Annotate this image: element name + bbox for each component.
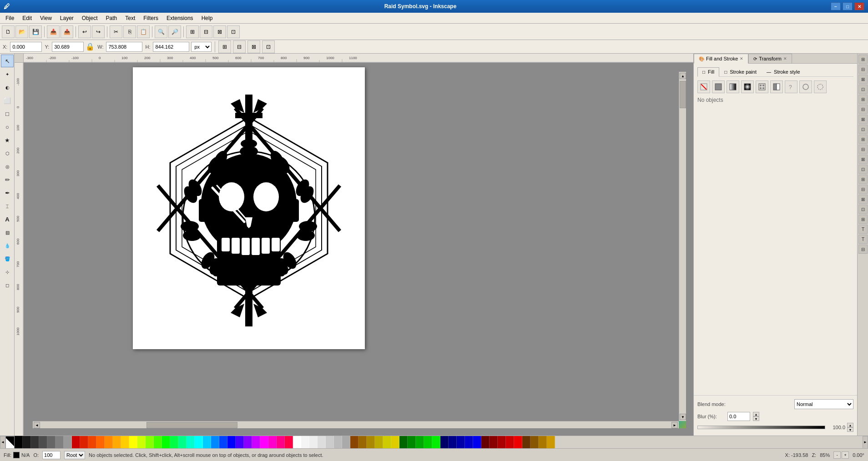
palette-color-18[interactable] <box>162 436 170 449</box>
snap-far-btn19[interactable]: T <box>858 235 868 244</box>
scroll-left-btn[interactable]: ◄ <box>34 422 40 428</box>
palette-color-11[interactable] <box>105 436 113 449</box>
palette-color-50[interactable] <box>424 436 432 449</box>
mesh-gradient-button[interactable] <box>814 80 827 93</box>
snap-far-btn14[interactable]: ⊟ <box>858 185 868 194</box>
palette-color-59[interactable] <box>498 436 506 449</box>
menu-item-layer[interactable]: Layer <box>56 14 77 22</box>
palette-color-64[interactable] <box>539 436 547 449</box>
fill-stroke-tab-close[interactable]: ✕ <box>740 56 743 61</box>
w-input[interactable] <box>106 42 142 52</box>
snap-far-btn6[interactable]: ⊟ <box>858 105 868 114</box>
menu-item-text[interactable]: Text <box>121 14 139 22</box>
snap3-button[interactable]: ⊠ <box>213 25 226 38</box>
palette-color-6[interactable] <box>64 436 72 449</box>
opacity-down-btn[interactable]: ▼ <box>847 427 853 432</box>
palette-color-40[interactable] <box>342 436 350 449</box>
palette-color-56[interactable] <box>473 436 481 449</box>
palette-color-44[interactable] <box>375 436 383 449</box>
palette-color-53[interactable] <box>449 436 457 449</box>
palette-color-54[interactable] <box>457 436 465 449</box>
palette-color-9[interactable] <box>88 436 96 449</box>
palette-color-1[interactable] <box>23 436 31 449</box>
palette-color-10[interactable] <box>96 436 105 449</box>
scroll-right-btn[interactable]: ► <box>671 422 678 428</box>
star-tool[interactable]: ★ <box>1 134 14 146</box>
rect-tool[interactable]: □ <box>1 107 14 120</box>
palette-color-28[interactable] <box>244 436 252 449</box>
menu-item-edit[interactable]: Edit <box>19 14 35 22</box>
swatch-button[interactable] <box>770 80 783 93</box>
snap-far-btn20[interactable]: ⊟ <box>858 245 868 254</box>
snap-far-btn11[interactable]: ⊠ <box>858 155 868 164</box>
stroke-paint-subtab[interactable]: □ Stroke paint <box>719 67 762 76</box>
palette-color-55[interactable] <box>465 436 473 449</box>
pattern-button[interactable] <box>756 80 768 93</box>
snap-far-btn1[interactable]: ⊞ <box>858 55 868 64</box>
palette-color-38[interactable] <box>326 436 334 449</box>
palette-color-33[interactable] <box>285 436 293 449</box>
palette-color-20[interactable] <box>178 436 187 449</box>
palette-color-8[interactable] <box>80 436 88 449</box>
3dbox-tool[interactable]: ⬡ <box>1 147 14 160</box>
unit-select[interactable]: pxmmcmin <box>191 42 212 52</box>
fill-stroke-tab[interactable]: 🎨 Fill and Stroke ✕ <box>694 54 748 64</box>
select-tool[interactable]: ↖ <box>1 55 14 67</box>
palette-color-58[interactable] <box>490 436 498 449</box>
text-tool[interactable]: A <box>1 213 14 225</box>
scroll-vertical[interactable]: ▲ ▼ <box>679 72 686 421</box>
palette-color-21[interactable] <box>187 436 195 449</box>
palette-color-42[interactable] <box>358 436 367 449</box>
opacity-input[interactable] <box>42 451 61 459</box>
palette-color-5[interactable] <box>56 436 64 449</box>
snap-far-btn5[interactable]: ⊞ <box>858 95 868 104</box>
snap-far-btn3[interactable]: ⊠ <box>858 75 868 84</box>
palette-color-35[interactable] <box>301 436 309 449</box>
palette-color-39[interactable] <box>334 436 342 449</box>
palette-color-36[interactable] <box>309 436 318 449</box>
snap2-button[interactable]: ⊟ <box>200 25 212 38</box>
fill-subtab[interactable]: □ Fill <box>697 67 719 77</box>
scroll-horizontal[interactable]: ◄ ► <box>33 421 679 428</box>
snap-far-btn10[interactable]: ⊟ <box>858 145 868 154</box>
scroll-thumb-h[interactable] <box>146 422 237 428</box>
palette-color-34[interactable] <box>293 436 301 449</box>
snap-far-btn18[interactable]: T <box>858 225 868 234</box>
zoom-in-button[interactable]: 🔍 <box>155 25 167 38</box>
snap-far-btn7[interactable]: ⊠ <box>858 115 868 124</box>
redo-button[interactable]: ↪ <box>92 25 105 38</box>
palette-color-4[interactable] <box>47 436 56 449</box>
radial-gradient-button[interactable] <box>741 80 754 93</box>
y-input[interactable] <box>52 42 84 52</box>
zoom-in-status-btn[interactable]: + <box>842 451 849 459</box>
palette-color-25[interactable] <box>219 436 227 449</box>
palette-color-46[interactable] <box>391 436 399 449</box>
pen-tool[interactable]: ✒ <box>1 186 14 199</box>
palette-color-32[interactable] <box>277 436 285 449</box>
palette-color-12[interactable] <box>113 436 121 449</box>
palette-color-48[interactable] <box>408 436 416 449</box>
calligraphy-tool[interactable]: ⌶ <box>1 200 14 212</box>
snap-far-btn2[interactable]: ⊟ <box>858 65 868 74</box>
palette-color-22[interactable] <box>195 436 203 449</box>
gradient-tool[interactable]: ▨ <box>1 226 14 239</box>
paint-bucket-tool[interactable]: 🪣 <box>1 252 14 265</box>
eyedropper-tool[interactable]: 💧 <box>1 239 14 252</box>
palette-color-43[interactable] <box>367 436 375 449</box>
snap-far-btn17[interactable]: ⊞ <box>858 215 868 224</box>
palette-color-3[interactable] <box>39 436 47 449</box>
palette-color-15[interactable] <box>137 436 146 449</box>
transform-tab[interactable]: ⟳ Transform ✕ <box>748 54 792 63</box>
palette-color-60[interactable] <box>506 436 514 449</box>
linear-gradient-button[interactable] <box>727 80 739 93</box>
spiral-tool[interactable]: ◎ <box>1 160 14 173</box>
menu-item-file[interactable]: File <box>2 14 18 22</box>
snap-far-btn8[interactable]: ⊡ <box>858 125 868 134</box>
palette-color-17[interactable] <box>154 436 162 449</box>
palette-color-41[interactable] <box>350 436 358 449</box>
palette-color-7[interactable] <box>72 436 80 449</box>
snap-btn1[interactable]: ⊞ <box>218 40 231 53</box>
palette-color-62[interactable] <box>522 436 530 449</box>
import-button[interactable]: 📥 <box>47 25 60 38</box>
spray-tool[interactable]: ⊹ <box>1 266 14 278</box>
